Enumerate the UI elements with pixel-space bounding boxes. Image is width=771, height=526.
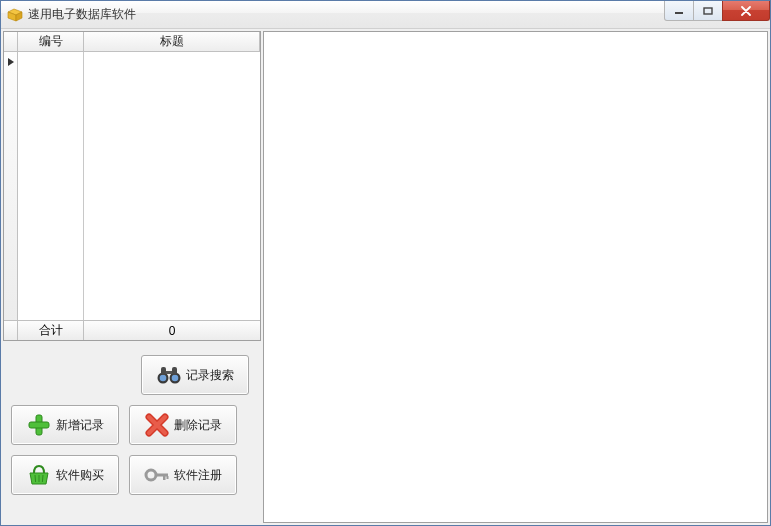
grid-footer-count: 0 <box>84 321 260 340</box>
x-icon <box>144 412 170 438</box>
binoculars-icon <box>156 362 182 388</box>
add-record-button[interactable]: 新增记录 <box>11 405 119 445</box>
delete-record-button[interactable]: 删除记录 <box>129 405 237 445</box>
svg-rect-11 <box>172 367 177 375</box>
grid-footer-label: 合计 <box>18 321 84 340</box>
window-controls <box>665 1 770 21</box>
current-row-indicator-icon <box>5 53 17 71</box>
svg-rect-20 <box>163 476 166 480</box>
svg-point-18 <box>146 470 156 480</box>
window-title: 速用电子数据库软件 <box>28 6 136 23</box>
svg-point-7 <box>160 375 167 382</box>
basket-icon <box>26 462 52 488</box>
register-button-label: 软件注册 <box>174 467 222 484</box>
grid-header-id[interactable]: 编号 <box>18 32 84 52</box>
maximize-button[interactable] <box>693 1 723 21</box>
search-button-label: 记录搜索 <box>186 367 234 384</box>
svg-marker-5 <box>8 58 14 66</box>
grid-footer: 合计 0 <box>4 320 260 340</box>
data-grid[interactable]: 编号 标题 合计 0 <box>3 31 261 341</box>
left-pane: 编号 标题 合计 0 <box>3 31 261 523</box>
key-icon <box>144 462 170 488</box>
app-icon <box>7 7 23 23</box>
titlebar[interactable]: 速用电子数据库软件 <box>1 1 770 29</box>
delete-button-label: 删除记录 <box>174 417 222 434</box>
search-records-button[interactable]: 记录搜索 <box>141 355 249 395</box>
buy-button-label: 软件购买 <box>56 467 104 484</box>
svg-rect-19 <box>155 474 168 477</box>
svg-rect-4 <box>704 8 712 14</box>
app-window: 速用电子数据库软件 编号 标题 <box>0 0 771 526</box>
content-pane[interactable] <box>263 31 768 523</box>
minimize-button[interactable] <box>664 1 694 21</box>
add-button-label: 新增记录 <box>56 417 104 434</box>
grid-body[interactable] <box>4 52 260 320</box>
svg-line-15 <box>35 475 36 482</box>
button-area: 记录搜索 新增记录 <box>3 341 261 523</box>
grid-header: 编号 标题 <box>4 32 260 52</box>
grid-header-title[interactable]: 标题 <box>84 32 260 52</box>
close-button[interactable] <box>722 1 770 21</box>
svg-rect-14 <box>29 422 49 428</box>
svg-rect-3 <box>675 12 683 14</box>
svg-rect-21 <box>167 476 169 479</box>
client-area: 编号 标题 合计 0 <box>1 29 770 525</box>
svg-rect-10 <box>161 367 166 375</box>
svg-rect-12 <box>166 371 172 374</box>
svg-point-9 <box>172 375 179 382</box>
register-software-button[interactable]: 软件注册 <box>129 455 237 495</box>
buy-software-button[interactable]: 软件购买 <box>11 455 119 495</box>
plus-icon <box>26 412 52 438</box>
svg-line-17 <box>42 475 43 482</box>
grid-header-indicator[interactable] <box>4 32 18 52</box>
